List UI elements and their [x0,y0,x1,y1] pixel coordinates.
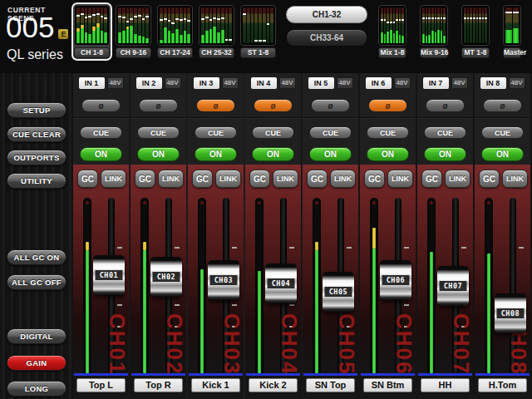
link-button[interactable]: LINK [101,170,126,188]
sidebar-button-all-gc-off[interactable]: ALL GC OFF [7,274,66,290]
cue-button[interactable]: CUE [367,126,409,139]
meter-bar [126,7,130,43]
meter-bank-mt-1-8[interactable]: MT 1-8 [459,2,492,61]
input-patch-label[interactable]: IN 4 [251,77,277,89]
on-button[interactable]: ON [137,147,180,161]
fader-knob[interactable]: CH01 [93,255,125,295]
phantom-48v-button[interactable]: 48V [165,77,181,89]
gain-compensation-button[interactable]: GC [479,170,500,188]
cue-button[interactable]: CUE [252,126,294,139]
cue-button[interactable]: CUE [481,126,524,139]
sidebar-button-outports[interactable]: OUTPORTS [7,150,66,165]
meter-bank-master[interactable]: Master [500,2,524,61]
cue-button[interactable]: CUE [137,126,180,139]
cue-button[interactable]: CUE [195,126,237,139]
phase-button[interactable]: ø [426,99,465,112]
phase-button[interactable]: ø [311,99,350,112]
on-button[interactable]: ON [80,147,122,161]
channel-name[interactable]: Kick 1 [191,378,240,392]
sidebar-button-utility[interactable]: UTILITY [7,173,66,189]
gain-compensation-button[interactable]: GC [307,170,328,188]
meter-bank-ch-17-24[interactable]: CH 17-24 [155,2,195,61]
channel-name[interactable]: SN Top [306,378,355,392]
link-button[interactable]: LINK [330,170,356,188]
input-patch-label[interactable]: IN 2 [136,77,162,89]
input-patch-label[interactable]: IN 3 [194,77,219,89]
link-button[interactable]: LINK [387,170,413,188]
sidebar-button-setup[interactable]: SETUP [7,102,66,118]
input-patch-label[interactable]: IN 7 [423,77,449,89]
gain-compensation-button[interactable]: GC [192,170,213,188]
sidebar-button-cue-clear[interactable]: CUE CLEAR [7,126,66,142]
input-patch-label[interactable]: IN 1 [79,77,105,89]
link-button[interactable]: LINK [273,170,298,188]
channel-level-meter [140,198,149,376]
sidebar-button-long-faders[interactable]: LONG FADERS [7,381,66,397]
meter-bar [201,7,204,43]
channel-name[interactable]: H.Tom [478,378,527,392]
link-button[interactable]: LINK [502,170,528,188]
link-button[interactable]: LINK [158,170,184,188]
gain-compensation-button[interactable]: GC [77,170,98,188]
sidebar-button-digital[interactable]: DIGITAL [7,328,66,344]
bank-button-ch1-32[interactable]: CH1-32 [286,6,367,23]
input-patch-label[interactable]: IN 6 [366,77,392,89]
on-button[interactable]: ON [195,147,237,161]
on-button[interactable]: ON [367,147,409,161]
meter-bank-ch-9-16[interactable]: CH 9-16 [113,2,154,61]
input-patch-label[interactable]: IN 5 [308,77,334,89]
cue-button[interactable]: CUE [424,126,466,139]
gain-compensation-button[interactable]: GC [135,170,155,188]
meter-bar [164,7,167,43]
fader-knob[interactable]: CH02 [150,257,182,297]
fader-knob[interactable]: CH08 [495,293,526,333]
channel-name[interactable]: HH [421,378,470,392]
meter-bank-mix-9-16[interactable]: Mix 9-16 [417,2,451,61]
fader-knob[interactable]: CH05 [323,272,354,312]
meter-bank-st-1-8[interactable]: ST 1-8 [238,2,278,61]
current-scene-panel[interactable]: CURRENT SCENE 005 E QL series [0,0,73,73]
gain-compensation-button[interactable]: GC [249,170,270,188]
phase-button[interactable]: ø [81,99,121,112]
cue-button[interactable]: CUE [309,126,352,139]
phantom-48v-button[interactable]: 48V [337,77,353,89]
fader-knob[interactable]: CH06 [380,260,411,300]
cue-button[interactable]: CUE [80,126,122,139]
sidebar-button-gain[interactable]: GAIN [7,355,66,371]
phantom-48v-button[interactable]: 48V [451,77,468,89]
phantom-48v-button[interactable]: 48V [222,77,239,89]
phase-button[interactable]: ø [139,99,178,112]
phase-button[interactable]: ø [368,99,407,112]
phase-button[interactable]: ø [196,99,235,112]
fader-knob[interactable]: CH03 [208,260,239,300]
phase-button[interactable]: ø [254,99,293,112]
link-button[interactable]: LINK [445,170,470,188]
phantom-48v-button[interactable]: 48V [394,77,411,89]
gain-compensation-button[interactable]: GC [364,170,385,188]
bank-button-ch33-64[interactable]: CH33-64 [286,29,367,47]
channel-name[interactable]: Top R [134,378,183,392]
phantom-48v-button[interactable]: 48V [279,77,296,89]
phase-button[interactable]: ø [483,99,522,112]
meter-bank-ch-1-8[interactable]: CH 1-8 [71,2,112,61]
meter-bar [513,7,520,43]
input-patch-label[interactable]: IN 8 [480,77,506,89]
on-button[interactable]: ON [481,147,524,161]
meter-bank-mix-1-8[interactable]: Mix 1-8 [376,2,409,61]
on-button[interactable]: ON [424,147,466,161]
on-button[interactable]: ON [252,147,294,161]
channel-strip-1: IN 1 48V ø CUE ON GC LINK CH01 CH01 Top … [73,73,129,399]
phantom-48v-button[interactable]: 48V [509,77,525,89]
fader-knob[interactable]: CH07 [437,266,469,306]
channel-name[interactable]: Top L [76,378,126,392]
sidebar-button-all-gc-on[interactable]: ALL GC ON [7,249,66,265]
on-button[interactable]: ON [309,147,352,161]
fader-knob[interactable]: CH04 [265,264,297,303]
link-button[interactable]: LINK [215,170,241,188]
gain-compensation-button[interactable]: GC [421,170,442,188]
channel-strip-5: IN 5 48V ø CUE ON GC LINK CH05 CH05 SN T… [303,73,358,399]
channel-name[interactable]: SN Btm [363,378,412,392]
phantom-48v-button[interactable]: 48V [107,77,124,89]
meter-bank-ch-25-32[interactable]: CH 25-32 [196,2,237,61]
channel-name[interactable]: Kick 2 [249,378,298,392]
